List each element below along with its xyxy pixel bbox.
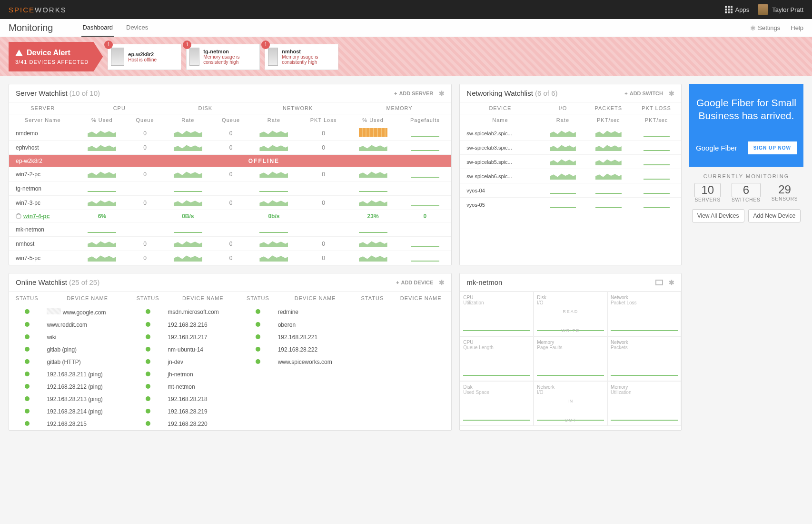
server-icon	[189, 48, 199, 66]
status-dot	[146, 309, 150, 314]
status-dot	[25, 421, 30, 426]
table-row[interactable]: vyos-05	[460, 198, 681, 212]
networking-watchlist-panel: Networking Watchlist (6 of 6) ADD SWITCH…	[459, 84, 682, 265]
device-detail-panel: mk-netmon ✱ CPUUtilizationDiskI/OREADWRI…	[459, 273, 682, 431]
status-dot	[25, 334, 30, 339]
status-dot	[256, 347, 260, 352]
table-row[interactable]: ep-w2k8r2OFFLINE	[9, 155, 451, 167]
add-new-device-button[interactable]: Add New Device	[748, 209, 801, 222]
tab-dashboard[interactable]: Dashboard	[81, 19, 114, 37]
apps-menu[interactable]: Apps	[725, 6, 750, 13]
status-dot	[146, 421, 150, 426]
metric-cell[interactable]: MemoryUtilization	[607, 381, 681, 426]
alert-card[interactable]: 1 ep-w2k8r2Host is offline	[108, 44, 181, 70]
table-row[interactable]: www.google.commsdn.microsoft.comredmine	[9, 305, 451, 319]
metric-cell[interactable]: NetworkI/OINOUT	[534, 381, 607, 426]
gear-icon[interactable]: ✱	[439, 90, 445, 97]
table-row[interactable]: ephvhost000	[9, 141, 451, 155]
gear-icon[interactable]: ✱	[669, 90, 674, 97]
table-row[interactable]: win7-5-pc000	[9, 251, 451, 265]
ad-brand: Google Fiber	[696, 144, 737, 152]
table-row[interactable]: 192.168.28.213 (ping)192.168.28.218	[9, 393, 451, 405]
status-dot	[256, 322, 260, 327]
status-dot	[25, 359, 30, 364]
table-row[interactable]: gitlab (ping)nm-ubuntu-14192.168.28.222	[9, 343, 451, 356]
metric-cell[interactable]: DiskUsed Space	[460, 381, 534, 426]
stat-switches[interactable]: 6SWITCHES	[732, 183, 761, 202]
server-icon	[268, 48, 278, 66]
status-dot	[256, 359, 260, 364]
currently-monitoring: CURRENTLY MONITORING 10SERVERS 6SWITCHES…	[689, 173, 803, 202]
status-dot	[25, 372, 30, 376]
status-dot	[146, 359, 150, 364]
settings-link[interactable]: ✱Settings	[750, 24, 780, 32]
table-row[interactable]: tg-netmon	[9, 181, 451, 196]
sub-header: Monitoring Dashboard Devices ✱Settings H…	[0, 19, 812, 37]
table-row[interactable]: win7-2-pc000	[9, 167, 451, 181]
table-row[interactable]: sw-spicelab3.spic...	[460, 141, 681, 155]
table-row[interactable]: mk-netmon	[9, 222, 451, 237]
online-watchlist-panel: Online Watchlist (25 of 25) ADD DEVICE ✱…	[9, 273, 452, 431]
help-link[interactable]: Help	[791, 24, 803, 31]
table-row[interactable]: sw-spicelab5.spic...	[460, 155, 681, 169]
stat-servers[interactable]: 10SERVERS	[694, 183, 721, 202]
metric-cell[interactable]: NetworkPackets	[607, 336, 681, 381]
status-dot	[25, 347, 30, 352]
status-dot	[146, 347, 150, 352]
detail-title: mk-netmon	[466, 278, 502, 286]
server-watchlist-table: SERVERCPUDISKNETWORKMEMORYServer Name% U…	[9, 102, 451, 265]
avatar	[758, 4, 768, 15]
table-row[interactable]: wiki192.168.28.217192.168.28.221	[9, 331, 451, 343]
apps-label: Apps	[735, 6, 750, 13]
add-server-button[interactable]: ADD SERVER	[394, 91, 433, 96]
online-watchlist-table: STATUSDEVICE NAMESTATUSDEVICE NAMESTATUS…	[9, 292, 451, 430]
alert-card[interactable]: 1 nmhostMemory usage is consistently hig…	[265, 44, 338, 70]
ad-cta-button[interactable]: SIGN UP NOW	[748, 141, 797, 154]
tab-devices[interactable]: Devices	[125, 19, 149, 37]
ad-headline: Google Fiber for Small Business has arri…	[696, 96, 797, 122]
page-title: Monitoring	[9, 22, 53, 33]
table-row[interactable]: gitlab (HTTP)jn-devwww.spiceworks.com	[9, 356, 451, 368]
table-row[interactable]: 192.168.28.212 (ping)mt-netmon	[9, 381, 451, 393]
view-all-devices-button[interactable]: View All Devices	[692, 209, 744, 222]
table-row[interactable]: win7-3-pc000	[9, 196, 451, 210]
brand-logo: SPICEWORKS	[9, 6, 67, 14]
alert-count-badge: 1	[261, 40, 270, 49]
table-row[interactable]: vyos-04	[460, 183, 681, 198]
top-bar: SPICEWORKS Apps Taylor Pratt	[0, 0, 812, 19]
table-row[interactable]: 192.168.28.211 (ping)jh-netmon	[9, 368, 451, 381]
metric-cell[interactable]: NetworkPacket Loss	[607, 292, 681, 336]
alert-count-badge: 1	[104, 40, 113, 49]
table-row[interactable]: nmhost000	[9, 237, 451, 251]
metric-cell[interactable]: CPUUtilization	[460, 292, 534, 336]
table-row[interactable]: nmdemo000	[9, 126, 451, 141]
table-row[interactable]: win7-4-pc6%0B/s0b/s23%0	[9, 210, 451, 222]
ad-google-fiber[interactable]: Google Fiber for Small Business has arri…	[689, 84, 803, 167]
table-row[interactable]: 192.168.28.214 (ping)192.168.28.219	[9, 405, 451, 418]
stat-sensors: 29SENSORS	[772, 183, 798, 202]
add-device-button[interactable]: ADD DEVICE	[396, 280, 433, 285]
status-dot	[25, 409, 30, 413]
gear-icon[interactable]: ✱	[669, 279, 674, 286]
status-dot	[25, 384, 30, 389]
status-dot	[25, 309, 30, 314]
alert-badge: Device Alert 3/41 DEVICES AFFECTED	[9, 42, 103, 71]
metric-cell[interactable]: CPUQueue Length	[460, 336, 534, 381]
user-menu[interactable]: Taylor Pratt	[758, 4, 803, 15]
add-switch-button[interactable]: ADD SWITCH	[624, 91, 663, 96]
status-dot	[146, 396, 150, 401]
table-row[interactable]: sw-spicelab6.spic...	[460, 169, 681, 183]
status-dot	[146, 334, 150, 339]
monitor-icon[interactable]	[655, 280, 663, 285]
gear-icon[interactable]: ✱	[439, 279, 445, 286]
networking-watchlist-table: DEVICEI/OPACKETSPKT LOSSNameRatePKT/secP…	[460, 102, 681, 212]
table-row[interactable]: 192.168.28.215192.168.28.220	[9, 418, 451, 430]
table-row[interactable]: www.reddit.com192.168.28.216oberon	[9, 319, 451, 331]
status-dot	[146, 409, 150, 413]
status-dot	[146, 384, 150, 389]
alert-strip: Device Alert 3/41 DEVICES AFFECTED 1 ep-…	[0, 37, 812, 76]
metric-cell[interactable]: DiskI/OREADWRITE	[534, 292, 607, 336]
table-row[interactable]: sw-spicelab2.spic...	[460, 126, 681, 141]
alert-card[interactable]: 1 tg-netmonMemory usage is consistently …	[186, 44, 260, 70]
metric-cell[interactable]: MemoryPage Faults	[534, 336, 607, 381]
